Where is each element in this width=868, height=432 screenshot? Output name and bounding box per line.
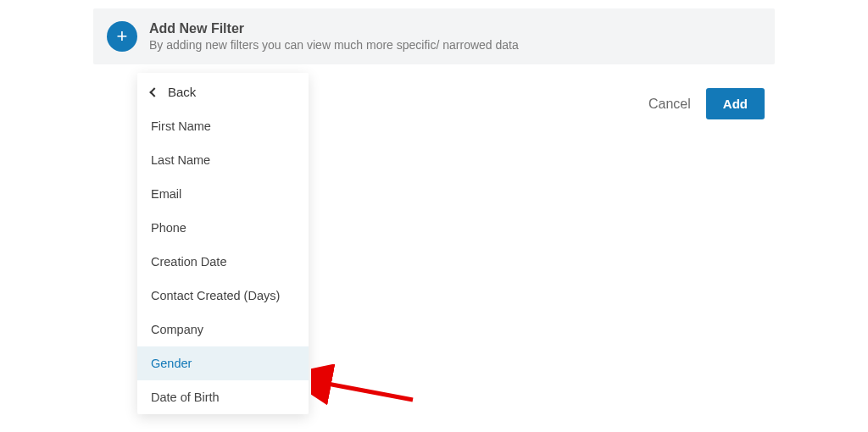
- filter-header: + Add New Filter By adding new filters y…: [93, 8, 775, 64]
- header-text: Add New Filter By adding new filters you…: [149, 21, 519, 52]
- menu-item-gender[interactable]: Gender: [137, 346, 309, 380]
- back-label: Back: [168, 85, 196, 99]
- menu-item-phone[interactable]: Phone: [137, 211, 309, 245]
- action-buttons: Cancel Add: [648, 88, 765, 119]
- menu-item-email[interactable]: Email: [137, 177, 309, 211]
- back-button[interactable]: Back: [137, 73, 309, 109]
- header-title: Add New Filter: [149, 21, 519, 36]
- header-subtitle: By adding new filters you can view much …: [149, 38, 519, 52]
- menu-item-last-name[interactable]: Last Name: [137, 143, 309, 177]
- plus-icon[interactable]: +: [107, 21, 137, 52]
- menu-item-company[interactable]: Company: [137, 313, 309, 346]
- filter-dropdown: Back First Name Last Name Email Phone Cr…: [137, 73, 309, 414]
- menu-item-contact-created-days[interactable]: Contact Created (Days): [137, 279, 309, 313]
- cancel-button[interactable]: Cancel: [648, 97, 691, 112]
- menu-item-creation-date[interactable]: Creation Date: [137, 245, 309, 279]
- chevron-left-icon: [149, 87, 159, 97]
- menu-item-date-of-birth[interactable]: Date of Birth: [137, 380, 309, 414]
- annotation-arrow-icon: [311, 364, 421, 415]
- add-button[interactable]: Add: [706, 88, 765, 119]
- svg-line-1: [323, 383, 413, 400]
- menu-item-first-name[interactable]: First Name: [137, 109, 309, 143]
